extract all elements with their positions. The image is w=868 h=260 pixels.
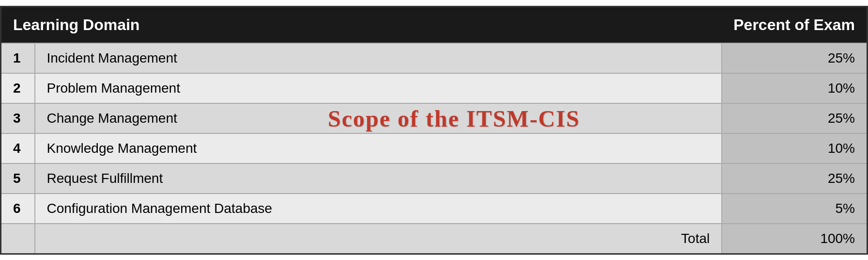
row-number: 4	[1, 133, 35, 163]
row-domain: Request Fulfillment	[35, 163, 722, 194]
total-value: 100%	[722, 224, 867, 254]
row-number: 6	[1, 194, 35, 224]
table-row: 1Incident Management25%	[1, 43, 868, 73]
domain-header: Learning Domain	[1, 6, 722, 43]
table-row: 5Request Fulfillment25%	[1, 163, 868, 194]
table-row: 6Configuration Management Database5%	[1, 194, 868, 224]
table-footer-row: Total 100%	[1, 224, 868, 254]
watermark-text: Scope of the ITSM-CIS	[328, 105, 580, 131]
row-domain: Configuration Management Database	[35, 194, 722, 224]
table-header-row: Learning Domain Percent of Exam	[1, 6, 868, 43]
row-percent: 10%	[722, 133, 867, 163]
footer-empty	[1, 224, 35, 254]
row-number: 2	[1, 73, 35, 103]
table-row: 3Change ManagementScope of the ITSM-CIS2…	[1, 103, 868, 133]
row-percent: 25%	[722, 163, 867, 194]
row-percent: 5%	[722, 194, 867, 224]
row-domain: Problem Management	[35, 73, 722, 103]
row-percent: 25%	[722, 43, 867, 73]
row-percent: 25%	[722, 103, 867, 133]
row-domain: Knowledge Management	[35, 133, 722, 163]
row-percent: 10%	[722, 73, 867, 103]
percent-header: Percent of Exam	[722, 6, 867, 43]
row-domain: Incident Management	[35, 43, 722, 73]
row-number: 5	[1, 163, 35, 194]
row-domain: Change ManagementScope of the ITSM-CIS	[35, 103, 722, 133]
total-label: Total	[35, 224, 722, 254]
table-row: 2Problem Management10%	[1, 73, 868, 103]
table-row: 4Knowledge Management10%	[1, 133, 868, 163]
row-number: 1	[1, 43, 35, 73]
learning-domain-table: Learning Domain Percent of Exam 1Inciden…	[0, 6, 868, 255]
row-number: 3	[1, 103, 35, 133]
